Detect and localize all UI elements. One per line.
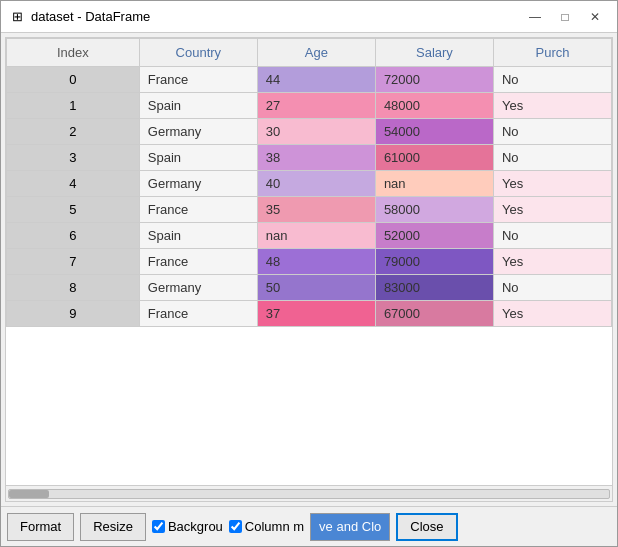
column-min-checkbox[interactable] [229, 520, 242, 533]
title-bar: ⊞ dataset - DataFrame — □ ✕ [1, 1, 617, 33]
table-row: 0 France 44 72000 No [7, 67, 612, 93]
salary-cell: nan [375, 171, 493, 197]
background-checkbox[interactable] [152, 520, 165, 533]
col-header-index[interactable]: Index [7, 39, 140, 67]
purchased-cell: Yes [493, 301, 611, 327]
table-row: 6 Spain nan 52000 No [7, 223, 612, 249]
column-min-checkbox-group: Column m [229, 519, 304, 534]
country-cell: Spain [139, 93, 257, 119]
table-row: 2 Germany 30 54000 No [7, 119, 612, 145]
table-row: 1 Spain 27 48000 Yes [7, 93, 612, 119]
bottom-bar: Format Resize Backgrou Column m ve and C… [1, 506, 617, 546]
age-cell: 27 [257, 93, 375, 119]
purchased-cell: Yes [493, 171, 611, 197]
resize-button[interactable]: Resize [80, 513, 146, 541]
index-cell: 4 [7, 171, 140, 197]
main-window: ⊞ dataset - DataFrame — □ ✕ Index Countr… [0, 0, 618, 547]
column-min-label: Column m [245, 519, 304, 534]
app-icon: ⊞ [9, 9, 25, 25]
table-container: Index Country Age Salary Purch 0 France … [5, 37, 613, 502]
country-cell: France [139, 197, 257, 223]
table-row: 3 Spain 38 61000 No [7, 145, 612, 171]
purchased-cell: No [493, 275, 611, 301]
salary-cell: 72000 [375, 67, 493, 93]
horizontal-scrollbar[interactable] [6, 485, 612, 501]
table-row: 9 France 37 67000 Yes [7, 301, 612, 327]
scroll-track[interactable] [8, 489, 610, 499]
salary-cell: 52000 [375, 223, 493, 249]
age-cell: nan [257, 223, 375, 249]
purchased-cell: No [493, 67, 611, 93]
salary-cell: 79000 [375, 249, 493, 275]
index-cell: 0 [7, 67, 140, 93]
country-cell: France [139, 249, 257, 275]
index-cell: 7 [7, 249, 140, 275]
title-bar-left: ⊞ dataset - DataFrame [9, 9, 150, 25]
minimize-button[interactable]: — [521, 6, 549, 28]
age-cell: 30 [257, 119, 375, 145]
country-cell: Germany [139, 171, 257, 197]
index-cell: 9 [7, 301, 140, 327]
purchased-cell: Yes [493, 249, 611, 275]
purchased-cell: No [493, 145, 611, 171]
col-header-purchased[interactable]: Purch [493, 39, 611, 67]
table-row: 5 France 35 58000 Yes [7, 197, 612, 223]
salary-cell: 61000 [375, 145, 493, 171]
col-header-age[interactable]: Age [257, 39, 375, 67]
country-cell: Spain [139, 145, 257, 171]
table-row: 7 France 48 79000 Yes [7, 249, 612, 275]
purchased-cell: Yes [493, 197, 611, 223]
index-cell: 5 [7, 197, 140, 223]
age-cell: 50 [257, 275, 375, 301]
salary-cell: 83000 [375, 275, 493, 301]
table-header-row: Index Country Age Salary Purch [7, 39, 612, 67]
index-cell: 6 [7, 223, 140, 249]
index-cell: 3 [7, 145, 140, 171]
index-cell: 2 [7, 119, 140, 145]
index-cell: 1 [7, 93, 140, 119]
country-cell: Germany [139, 119, 257, 145]
table-row: 4 Germany 40 nan Yes [7, 171, 612, 197]
data-table: Index Country Age Salary Purch 0 France … [6, 38, 612, 327]
salary-cell: 58000 [375, 197, 493, 223]
age-cell: 48 [257, 249, 375, 275]
purchased-cell: No [493, 119, 611, 145]
close-window-button[interactable]: ✕ [581, 6, 609, 28]
purchased-cell: No [493, 223, 611, 249]
salary-cell: 48000 [375, 93, 493, 119]
maximize-button[interactable]: □ [551, 6, 579, 28]
country-cell: Spain [139, 223, 257, 249]
table-row: 8 Germany 50 83000 No [7, 275, 612, 301]
salary-cell: 54000 [375, 119, 493, 145]
save-close-button[interactable]: ve and Clo [310, 513, 390, 541]
title-bar-controls: — □ ✕ [521, 6, 609, 28]
age-cell: 38 [257, 145, 375, 171]
background-checkbox-group: Backgrou [152, 519, 223, 534]
index-cell: 8 [7, 275, 140, 301]
window-title: dataset - DataFrame [31, 9, 150, 24]
country-cell: France [139, 301, 257, 327]
purchased-cell: Yes [493, 93, 611, 119]
age-cell: 44 [257, 67, 375, 93]
age-cell: 40 [257, 171, 375, 197]
close-button[interactable]: Close [396, 513, 457, 541]
country-cell: Germany [139, 275, 257, 301]
age-cell: 35 [257, 197, 375, 223]
table-scroll[interactable]: Index Country Age Salary Purch 0 France … [6, 38, 612, 485]
salary-cell: 67000 [375, 301, 493, 327]
col-header-country[interactable]: Country [139, 39, 257, 67]
background-label: Backgrou [168, 519, 223, 534]
scroll-thumb[interactable] [9, 490, 49, 498]
age-cell: 37 [257, 301, 375, 327]
col-header-salary[interactable]: Salary [375, 39, 493, 67]
format-button[interactable]: Format [7, 513, 74, 541]
country-cell: France [139, 67, 257, 93]
